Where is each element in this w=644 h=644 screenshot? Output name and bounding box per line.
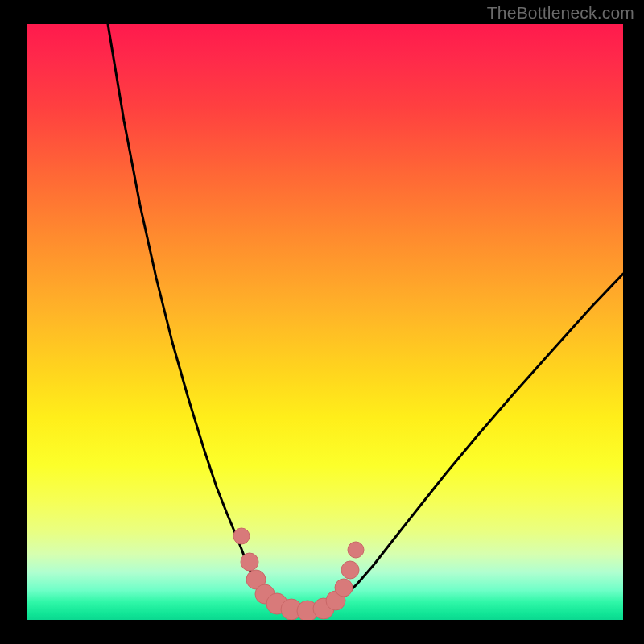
plot-area xyxy=(27,24,623,620)
highlight-dot xyxy=(335,579,353,597)
highlight-dot xyxy=(348,542,364,558)
watermark-text: TheBottleneck.com xyxy=(487,3,634,23)
highlight-dots-group xyxy=(233,528,364,620)
highlight-dot xyxy=(241,553,258,571)
bottleneck-curve xyxy=(108,24,623,609)
curve-svg xyxy=(27,24,623,620)
highlight-dot xyxy=(233,528,250,544)
highlight-dot xyxy=(341,561,359,579)
chart-frame: TheBottleneck.com xyxy=(0,0,644,644)
